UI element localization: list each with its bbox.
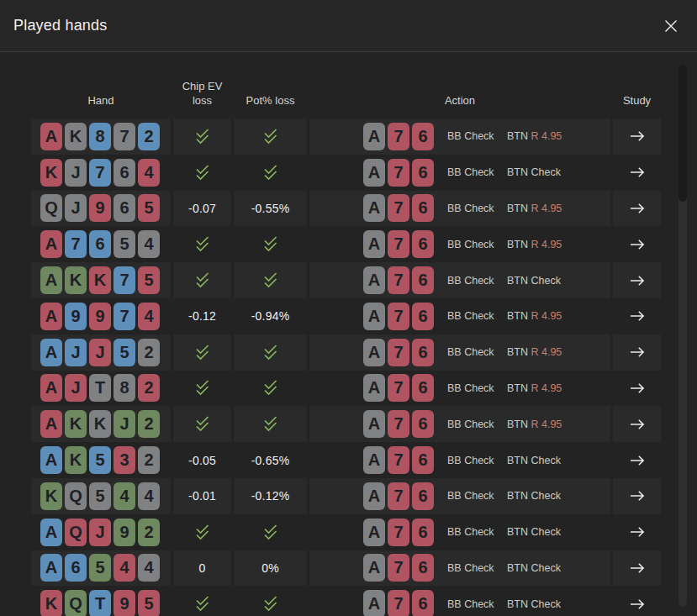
bb-action: BB Check: [447, 455, 494, 466]
btn-action: BTN R 4.95: [507, 239, 562, 250]
study-button[interactable]: [613, 406, 661, 442]
card: 2: [138, 410, 160, 438]
card: 2: [138, 339, 160, 366]
chip-ev-loss-cell: -0.12: [173, 298, 231, 334]
study-button[interactable]: [613, 155, 661, 191]
pot-loss-cell: -0.65%: [234, 442, 307, 478]
card: Q: [65, 519, 87, 546]
table-row: AJT82A76BB CheckBTN R 4.95: [31, 371, 661, 407]
chip-ev-loss-cell: -0.07: [173, 191, 231, 227]
chip-ev-loss-cell-value: -0.12: [188, 309, 216, 323]
study-button[interactable]: [613, 442, 661, 478]
card: 7: [388, 554, 409, 582]
action-cell: A76BB CheckBTN R 4.95: [309, 298, 610, 334]
chip-ev-loss-cell-value: -0.05: [188, 454, 216, 467]
btn-action: BTN R 4.95: [507, 346, 562, 358]
study-cell: [613, 550, 661, 587]
bb-action: BB Check: [447, 490, 494, 502]
btn-action: BTN R 4.95: [507, 203, 562, 214]
scrollbar[interactable]: [679, 65, 687, 607]
arrow-right-icon: [629, 166, 646, 178]
double-check-icon: [192, 126, 213, 147]
study-button[interactable]: [613, 298, 661, 334]
card: A: [40, 519, 62, 546]
board-cards: A76: [363, 410, 434, 438]
hand-cell: KQT95: [31, 586, 171, 616]
card: J: [65, 374, 87, 402]
study-button[interactable]: [613, 478, 661, 514]
card: 7: [388, 590, 409, 616]
table-row: AK532-0.05-0.65%A76BB CheckBTN Check: [31, 442, 661, 478]
hand-cards: A7654: [40, 230, 160, 258]
close-button[interactable]: [660, 15, 682, 37]
card: 8: [89, 123, 111, 150]
card: 6: [412, 410, 434, 438]
card: 2: [138, 123, 160, 150]
btn-action: BTN Check: [507, 598, 561, 610]
hand-cards: AJJ52: [40, 339, 160, 366]
chip-ev-loss-cell: [173, 514, 231, 550]
card: A: [363, 410, 385, 438]
card: 4: [138, 554, 160, 582]
action-cell: A76BB CheckBTN Check: [309, 550, 610, 587]
card: 7: [114, 303, 135, 330]
scrollbar-thumb[interactable]: [679, 65, 687, 202]
study-button[interactable]: [613, 262, 661, 298]
btn-action: BTN R 4.95: [507, 130, 562, 142]
board-cards: A76: [363, 482, 434, 510]
table-row: A9974-0.12-0.94%A76BB CheckBTN R 4.95: [31, 298, 661, 334]
study-cell: [613, 262, 661, 298]
action-cell: A76BB CheckBTN Check: [309, 155, 610, 191]
chip-ev-loss-cell: -0.01: [173, 478, 231, 514]
card: 7: [388, 123, 409, 150]
board-cards: A76: [363, 123, 434, 150]
action-cell: A76BB CheckBTN R 4.95: [309, 226, 610, 262]
card: 6: [412, 303, 434, 330]
action-cell: A76BB CheckBTN R 4.95: [309, 191, 610, 227]
card: 4: [138, 159, 160, 187]
board-cards: A76: [363, 519, 434, 546]
double-check-icon: [260, 522, 281, 543]
study-button[interactable]: [613, 371, 661, 407]
pot-loss-cell-value: -0.55%: [251, 202, 290, 215]
arrow-right-icon: [629, 382, 646, 394]
card: K: [40, 482, 62, 510]
arrow-right-icon: [629, 455, 646, 466]
column-header-chip-ev-loss: Chip EV loss: [173, 79, 231, 108]
card: A: [40, 266, 62, 294]
card: 6: [89, 230, 111, 258]
bb-action: BB Check: [447, 239, 494, 250]
modal-title: Played hands: [13, 17, 107, 34]
study-button[interactable]: [613, 191, 661, 227]
study-cell: [613, 514, 661, 550]
study-button[interactable]: [613, 550, 661, 587]
card: 6: [65, 554, 87, 582]
study-button[interactable]: [613, 586, 661, 616]
action-cell: A76BB CheckBTN Check: [309, 478, 610, 514]
card: 5: [138, 194, 160, 222]
btn-action-value: Check: [531, 562, 560, 574]
pot-loss-cell: [234, 226, 307, 262]
card: K: [65, 410, 87, 438]
study-button[interactable]: [613, 118, 661, 155]
card: A: [40, 554, 62, 582]
arrow-right-icon: [629, 598, 646, 610]
card: 4: [138, 230, 160, 258]
bb-action: BB Check: [447, 310, 494, 322]
study-button[interactable]: [613, 334, 661, 371]
study-cell: [613, 406, 661, 442]
btn-action: BTN R 4.95: [507, 310, 562, 322]
study-button[interactable]: [613, 514, 661, 550]
study-cell: [613, 226, 661, 262]
btn-action-value: Check: [531, 455, 560, 466]
card: A: [40, 230, 62, 258]
card: 6: [412, 446, 434, 474]
study-button[interactable]: [613, 226, 661, 262]
card: A: [40, 446, 62, 474]
hand-cards: AK532: [40, 446, 160, 474]
double-check-icon: [260, 377, 281, 398]
card: J: [65, 339, 87, 366]
card: 7: [388, 482, 409, 510]
table-header: Hand Chip EV loss Pot% loss Action Study: [31, 52, 661, 118]
btn-action-value: Check: [531, 598, 560, 610]
